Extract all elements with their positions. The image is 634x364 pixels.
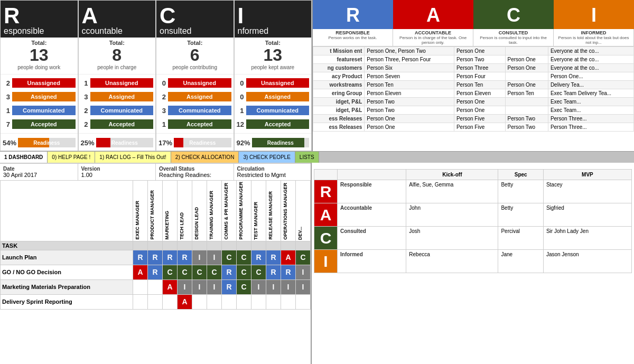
legend-c-header: C: [473, 0, 554, 29]
tab-0-help-page-[interactable]: 0) HELP PAGE !: [48, 152, 95, 163]
legend-r-cell: Person One, Person Two: [365, 47, 454, 55]
matrix-cell: A: [178, 294, 192, 309]
matrix-row: GO / NO GO DecisionARCCCCRCCRRI: [1, 265, 311, 279]
status-row-unassigned: 0 Unassigned: [158, 77, 231, 89]
legend-data-area: t Mission ent Person One, Person Two Per…: [313, 46, 634, 132]
matrix-cell: [192, 294, 207, 309]
card-total-label: Total:: [1, 38, 78, 46]
matrix-cell: I: [207, 279, 222, 294]
matrix-col-header: PRODUCT MANAGER: [148, 181, 163, 241]
status-row-communicated: 3 Communicated: [158, 105, 231, 116]
info-circulation: CirculationRestricted to Mgmt: [234, 164, 312, 180]
legend-c-cell: Person Two: [505, 115, 548, 123]
matrix-cell: C: [192, 265, 207, 279]
summary-kickoff: Alfie, Sue, Gemma: [406, 180, 498, 203]
legend-data-row: ess Releases Person One Person Five Pers…: [313, 115, 634, 123]
right-summary-table-content: Kick-offSpecMVPRResponsibleAlfie, Sue, G…: [314, 169, 632, 273]
card-total-label: Total:: [235, 38, 312, 46]
matrix-cell: [251, 294, 266, 309]
matrix-cell: C: [222, 250, 237, 265]
legend-i-cell: Exec Team Delivery Tea...: [548, 89, 633, 98]
summary-spec: Betty: [498, 203, 543, 227]
matrix-cell: A: [133, 265, 148, 279]
tab-1-raci-log--fill-this-out[interactable]: 1) RACI LOG – Fill This Out!: [95, 152, 171, 163]
matrix-table: EXEC MANAGERPRODUCT MANAGERMARKETINGTECH…: [0, 180, 311, 310]
summary-row: IInformedRebeccaJaneJason Jenson: [314, 250, 632, 273]
matrix-cell: [222, 294, 237, 309]
readiness-row: 25% Readiness: [81, 138, 154, 147]
status-row-assigned: 0 Assigned: [237, 91, 310, 102]
status-row-accepted: 1 Accepted: [158, 118, 231, 130]
tab-lists[interactable]: LISTS: [295, 152, 319, 163]
legend-data-row: idget, P&L Person Two Person One Exec Te…: [313, 98, 634, 106]
legend-r-cell: Person Seven: [365, 72, 454, 81]
legend-task-name: t Mission ent: [313, 47, 365, 55]
matrix-task-name: GO / NO GO Decision: [1, 265, 133, 279]
summary-letter-cell: I: [314, 250, 338, 273]
legend-task-name: idget, P&L: [313, 98, 365, 106]
summary-letter-cell: R: [314, 180, 338, 203]
tab-1-dashboard[interactable]: 1 DASHBOARD: [0, 152, 48, 163]
badge-unassigned: Unassigned: [12, 78, 76, 88]
card-sub-label: people doing work: [1, 64, 78, 72]
card-total-num: 13: [1, 46, 78, 64]
matrix-cell: R: [178, 250, 192, 265]
legend-r-cell: Person Six: [365, 64, 454, 72]
matrix-cell: C: [251, 265, 266, 279]
matrix-cell: R: [148, 265, 163, 279]
card-sub-label: people contributing: [156, 64, 234, 72]
readiness-row: 54% Readiness: [3, 138, 76, 147]
summary-row: CConsultedJoshPercivalSir John Lady Jen: [314, 227, 632, 250]
badge-communicated: Communicated: [246, 106, 310, 115]
legend-c-cell: [505, 47, 548, 55]
summary-kickoff: Rebecca: [406, 250, 498, 273]
legend-sub-consulted: CONSULTEDPerson is consulted to input in…: [473, 29, 554, 46]
legend-i-cell: Everyone at the co...: [548, 55, 633, 64]
matrix-cell: R: [148, 250, 163, 265]
badge-assigned: Assigned: [246, 92, 310, 101]
legend-c-cell: [505, 98, 548, 106]
matrix-cell: R: [266, 265, 281, 279]
legend-sub-informed: INFORMEDPerson is told about the task bu…: [554, 29, 634, 46]
matrix-cell: C: [178, 265, 192, 279]
tab-3-check-people[interactable]: 3) CHECK PEOPLE: [239, 152, 295, 163]
badge-unassigned: Unassigned: [246, 78, 310, 88]
badge-communicated: Communicated: [168, 106, 231, 115]
bottom-section: Date30 April 2017Version1.00Overall Stat…: [0, 163, 634, 364]
legend-i-cell: Delivery Tea...: [548, 81, 633, 89]
badge-accepted: Accepted: [246, 119, 309, 129]
summary-row: AAccountableJohnBettySigfried: [314, 203, 632, 227]
matrix-cell: C: [237, 265, 251, 279]
matrix-row: Marketing Materials PreparationAIIIRCIII…: [1, 279, 311, 294]
matrix-cell: I: [266, 279, 281, 294]
matrix-col-header: DESIGN LEAD: [192, 181, 207, 241]
legend-data-table: t Mission ent Person One, Person Two Per…: [313, 46, 634, 132]
raci-legend: R A C I RESPONSIBLEPerson works on the t…: [312, 0, 634, 151]
tab-bar: 1 DASHBOARD0) HELP PAGE !1) RACI LOG – F…: [0, 151, 634, 163]
legend-i-cell: Person One...: [548, 72, 633, 81]
matrix-cell: A: [163, 279, 178, 294]
raci-card-r: Responsible Total: 13 people doing work …: [0, 0, 78, 151]
summary-row: RResponsibleAlfie, Sue, GemmaBettyStacey: [314, 180, 632, 203]
tab-2-check-allocation[interactable]: 2) CHECK ALLOCATION: [171, 152, 239, 163]
matrix-task-name: Launch Plan: [1, 250, 133, 265]
card-header-r: Responsible: [1, 1, 78, 38]
matrix-scroll[interactable]: EXEC MANAGERPRODUCT MANAGERMARKETINGTECH…: [0, 180, 311, 310]
summary-kickoff: John: [406, 203, 498, 227]
matrix-cell: I: [296, 279, 311, 294]
matrix-cell: [133, 294, 148, 309]
card-total-label: Total:: [79, 38, 156, 46]
matrix-cell: R: [222, 265, 237, 279]
card-header-a: Accountable: [79, 1, 156, 38]
matrix-cell: R: [163, 250, 178, 265]
legend-c-cell: Person One: [505, 64, 548, 72]
summary-role-label: Accountable: [338, 203, 406, 227]
legend-i-header: I: [554, 0, 634, 29]
status-row-accepted: 2 Accepted: [81, 118, 154, 130]
card-header-c: Consulted: [156, 1, 234, 38]
card-sub-label: people in charge: [79, 64, 156, 72]
summary-spec: Betty: [498, 180, 543, 203]
summary-role-label: Informed: [338, 250, 406, 273]
legend-c-cell: Person Two: [505, 123, 548, 132]
badge-assigned: Assigned: [168, 92, 231, 101]
